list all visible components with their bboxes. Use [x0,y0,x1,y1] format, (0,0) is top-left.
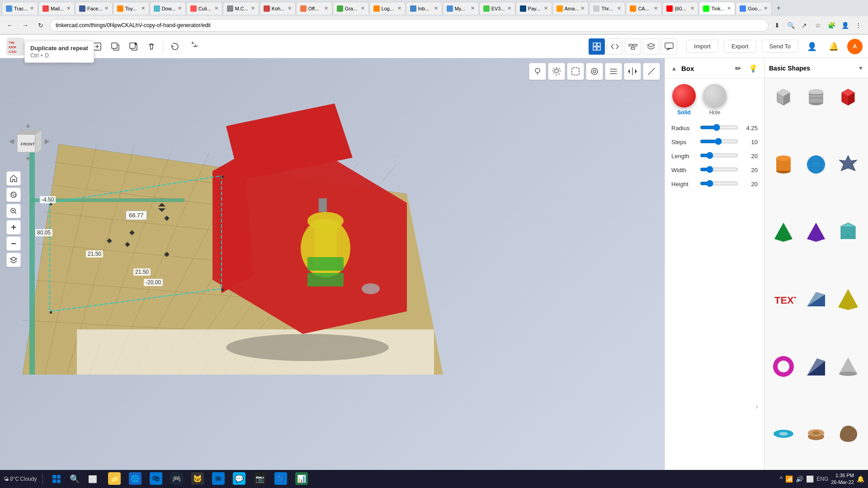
tab-trac[interactable]: Trac...✕ [2,2,38,14]
export-button[interactable]: Export [724,40,756,53]
view-cube[interactable]: FRONT [17,130,42,154]
bookmark-button[interactable]: ☆ [812,19,824,31]
send-to-button[interactable]: Send To [762,40,798,53]
steps-slider[interactable] [700,138,738,146]
taskbar-sound-icon[interactable]: 🔊 [796,475,803,483]
shape-prism-teal[interactable] [833,216,863,247]
import-button[interactable]: Import [686,40,718,53]
tab-face[interactable]: Face...✕ [75,2,113,14]
tab-off[interactable]: Off...✕ [296,2,332,14]
width-slider[interactable] [700,166,738,174]
new-tab-button[interactable]: + [772,2,785,14]
length-range[interactable] [700,152,738,159]
nav-up-arrow[interactable]: ▲ [25,122,31,129]
notifications-button[interactable]: 🔔 [826,38,842,55]
ring-btn[interactable] [586,63,603,80]
profile-button[interactable]: 👤 [839,19,851,31]
blocks-icon-btn[interactable] [625,38,641,55]
taskbar-app-cortana[interactable]: 🔵 [271,469,291,488]
tab-inb[interactable]: Inb...✕ [406,2,442,14]
forward-button[interactable]: → [19,19,32,32]
zoom-out-minus[interactable]: − [6,236,21,251]
task-view-button[interactable]: ⬜ [85,471,101,487]
shape-torus-magenta[interactable] [768,351,799,382]
shape-pyramid-purple[interactable] [801,216,831,247]
shape-text-red[interactable]: TEXT [768,284,799,314]
height-range[interactable] [700,180,738,187]
home-view-button[interactable] [6,171,21,186]
rename-button[interactable]: ✏ [731,62,744,75]
taskbar-app-camera[interactable]: 📷 [250,469,270,488]
taskbar-clock[interactable]: 1:36 PM 26-Mar-22 [831,472,854,486]
shape-spiky-blue[interactable] [833,149,863,180]
light-btn[interactable] [548,63,565,80]
taskbar-app-explorer[interactable]: 📁 [104,469,124,488]
tab-ama[interactable]: Ama...✕ [552,2,589,14]
tab-mail[interactable]: Mail...✕ [38,2,75,14]
tab-ca[interactable]: CA...✕ [626,2,662,14]
tab-ev3[interactable]: EV3...✕ [479,2,515,14]
shape-box-red[interactable] [833,82,863,113]
collapse-button[interactable]: ▲ [670,64,679,73]
tab-koh[interactable]: Koh...✕ [259,2,296,14]
select-btn[interactable] [567,63,584,80]
shape-cylinder-orange[interactable] [768,149,799,180]
hole-option[interactable]: Hole [703,84,726,116]
user-profile-button[interactable]: 👤 [804,38,820,55]
download-button[interactable]: ⬇ [771,19,783,31]
tab-gra[interactable]: Gra...✕ [333,2,369,14]
layers-button[interactable] [6,253,21,267]
shapes-panel-dropdown[interactable]: ▼ [858,65,863,71]
flip-btn[interactable] [624,63,641,80]
duplicate-button[interactable] [125,38,142,55]
shape-pyramid-yellow[interactable] [833,284,863,314]
start-button[interactable] [48,471,65,487]
tab-60[interactable]: (60...✕ [662,2,698,14]
tab-pay[interactable]: Pay...✕ [516,2,552,14]
zoom-in-button[interactable] [6,204,21,218]
taskbar-app-store[interactable]: 🛍 [146,469,166,488]
shape-cylinder-striped[interactable] [801,82,831,113]
nav-down-arrow[interactable]: ▼ [25,155,31,162]
taskbar-app-excel[interactable]: 📊 [292,469,311,488]
taskbar-lang[interactable]: ENG [816,476,828,482]
tab-dow[interactable]: Dow...✕ [150,2,186,14]
shape-wedge-blue[interactable] [801,284,831,314]
tab-goo[interactable]: Goo...✕ [736,2,772,14]
taskbar-app-mail[interactable]: ✉ [208,469,228,488]
delete-button[interactable] [143,38,160,55]
scroll-indicator[interactable]: › [663,400,762,413]
taskbar-notification[interactable]: 🔔 [857,475,864,483]
avatar[interactable]: A [847,39,863,54]
taskbar-app-steam[interactable]: 🎮 [167,469,187,488]
nav-left-arrow[interactable]: ◀ [9,137,14,145]
layers-icon-btn[interactable] [643,38,659,55]
copy-button[interactable] [107,38,124,55]
tab-my[interactable]: My...✕ [443,2,479,14]
inspect-btn[interactable] [529,63,546,80]
tab-log[interactable]: Log...✕ [369,2,406,14]
shape-pyramid-green[interactable] [768,216,799,247]
radius-slider[interactable] [700,124,738,132]
nav-cube-container[interactable]: ▲ ▼ ◀ ▶ FRONT [9,122,50,162]
shape-brown-blob[interactable] [833,418,863,449]
back-button[interactable]: ← [4,19,16,32]
shape-box-gray[interactable] [768,82,799,113]
shape-disc-teal[interactable] [768,418,799,449]
undo-button[interactable] [166,38,183,55]
solid-option[interactable]: Solid [672,84,696,116]
extensions-button[interactable]: 🧩 [826,19,837,31]
taskbar-app-browser[interactable]: 🌐 [125,469,145,488]
redo-button[interactable] [184,38,201,55]
menu-button[interactable]: ⋮ [853,19,864,31]
refresh-button[interactable]: ↻ [34,19,47,32]
taskbar-app-cat[interactable]: 🐱 [188,469,208,488]
nav-right-arrow[interactable]: ▶ [45,137,50,145]
taskbar-search-button[interactable]: 🔍 [66,471,83,487]
orbit-button[interactable] [6,188,21,202]
steps-range[interactable] [700,138,738,145]
radius-range[interactable] [700,124,738,131]
height-slider[interactable] [700,180,738,188]
taskbar-app-skype[interactable]: 💬 [229,469,249,488]
viewport-area[interactable]: -4.50 66.77 80.05 21.50 21.50 -20.00 ▲ ▼… [0,58,665,488]
